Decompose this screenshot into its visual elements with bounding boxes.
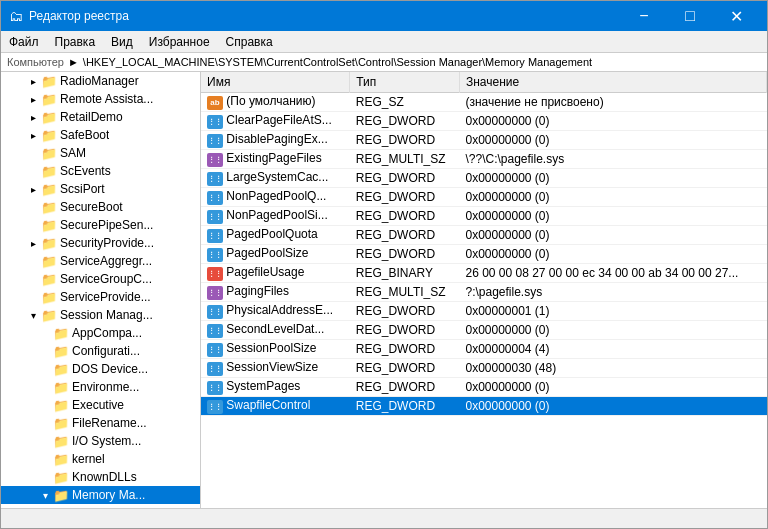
table-row[interactable]: ⋮⋮ SessionViewSizeREG_DWORD0x00000030 (4… xyxy=(201,358,767,377)
values-panel[interactable]: Имя Тип Значение ab (По умолчанию)REG_SZ… xyxy=(201,72,767,508)
reg-value-cell: 0x00000000 (0) xyxy=(459,396,766,415)
reg-value-cell: 0x00000000 (0) xyxy=(459,320,766,339)
maximize-button[interactable]: □ xyxy=(667,1,713,31)
reg-type-cell: REG_DWORD xyxy=(350,377,460,396)
reg-name-text: PagedPoolQuota xyxy=(223,227,318,241)
table-row[interactable]: ⋮⋮ SystemPagesREG_DWORD0x00000000 (0) xyxy=(201,377,767,396)
app-icon: 🗂 xyxy=(9,8,23,24)
tree-item-serviceprovide[interactable]: 📁ServiceProvide... xyxy=(1,288,200,306)
table-row[interactable]: ⋮⋮ LargeSystemCac...REG_DWORD0x00000000 … xyxy=(201,168,767,187)
table-row[interactable]: ⋮⋮ SessionPoolSizeREG_DWORD0x00000004 (4… xyxy=(201,339,767,358)
reg-name-cell: ⋮⋮ SwapfileControl xyxy=(201,396,350,415)
reg-value-cell: 0x00000000 (0) xyxy=(459,130,766,149)
tree-label-sessionmanag: Session Manag... xyxy=(60,308,153,322)
tree-toggle-retaildemo[interactable]: ▸ xyxy=(25,109,41,125)
table-row[interactable]: ab (По умолчанию)REG_SZ(значение не прис… xyxy=(201,93,767,112)
table-row[interactable]: ⋮⋮ PagedPoolSizeREG_DWORD0x00000000 (0) xyxy=(201,244,767,263)
reg-type-icon: ⋮⋮ xyxy=(207,210,223,224)
table-row[interactable]: ⋮⋮ PhysicalAddressE...REG_DWORD0x0000000… xyxy=(201,301,767,320)
tree-toggle-sessionmanag[interactable]: ▾ xyxy=(25,307,41,323)
tree-item-securityprovid[interactable]: ▸📁SecurityProvide... xyxy=(1,234,200,252)
tree-item-sessionmanag[interactable]: ▾📁Session Manag... xyxy=(1,306,200,324)
menu-help[interactable]: Справка xyxy=(218,33,281,51)
menu-view[interactable]: Вид xyxy=(103,33,141,51)
tree-label-securepipesen: SecurePipeSen... xyxy=(60,218,153,232)
tree-item-safeboot[interactable]: ▸📁SafeBoot xyxy=(1,126,200,144)
tree-toggle-safeboot[interactable]: ▸ xyxy=(25,127,41,143)
tree-label-knowndlls: KnownDLLs xyxy=(72,470,137,484)
reg-type-icon: ⋮⋮ xyxy=(207,153,223,167)
minimize-button[interactable]: − xyxy=(621,1,667,31)
tree-toggle-serviceprovide xyxy=(25,289,41,305)
tree-item-iosystem[interactable]: 📁I/O System... xyxy=(1,432,200,450)
reg-name-cell: ⋮⋮ PagedPoolSize xyxy=(201,244,350,263)
tree-item-retaildemo[interactable]: ▸📁RetailDemo xyxy=(1,108,200,126)
reg-name-text: DisablePagingEx... xyxy=(223,132,328,146)
tree-item-scevents[interactable]: 📁ScEvents xyxy=(1,162,200,180)
tree-toggle-memorymgt[interactable]: ▾ xyxy=(37,487,53,503)
reg-type-icon: ⋮⋮ xyxy=(207,248,223,262)
tree-item-serviceaggr[interactable]: 📁ServiceAggregr... xyxy=(1,252,200,270)
table-row[interactable]: ⋮⋮ PagingFilesREG_MULTI_SZ?:\pagefile.sy… xyxy=(201,282,767,301)
close-button[interactable]: ✕ xyxy=(713,1,759,31)
reg-value-cell: 0x00000000 (0) xyxy=(459,187,766,206)
tree-item-filerename[interactable]: 📁FileRename... xyxy=(1,414,200,432)
reg-name-text: PagingFiles xyxy=(223,284,289,298)
tree-item-memorymgt[interactable]: ▾📁Memory Ma... xyxy=(1,486,200,504)
tree-item-appcompa[interactable]: 📁AppCompa... xyxy=(1,324,200,342)
menu-edit[interactable]: Правка xyxy=(47,33,104,51)
reg-value-cell: 0x00000000 (0) xyxy=(459,111,766,130)
tree-label-environme: Environme... xyxy=(72,380,139,394)
tree-toggle-remoteassist[interactable]: ▸ xyxy=(25,91,41,107)
tree-item-dosdevice[interactable]: 📁DOS Device... xyxy=(1,360,200,378)
reg-name-text: NonPagedPoolSi... xyxy=(223,208,328,222)
reg-name-cell: ⋮⋮ PagefileUsage xyxy=(201,263,350,282)
tree-item-radiomanager[interactable]: ▸📁RadioManager xyxy=(1,72,200,90)
table-row[interactable]: ⋮⋮ NonPagedPoolQ...REG_DWORD0x00000000 (… xyxy=(201,187,767,206)
menu-file[interactable]: Файл xyxy=(1,33,47,51)
tree-item-scsiport[interactable]: ▸📁ScsiPort xyxy=(1,180,200,198)
reg-type-icon: ⋮⋮ xyxy=(207,134,223,148)
tree-item-servicegroupc[interactable]: 📁ServiceGroupC... xyxy=(1,270,200,288)
table-row[interactable]: ⋮⋮ PagedPoolQuotaREG_DWORD0x00000000 (0) xyxy=(201,225,767,244)
tree-item-knowndlls[interactable]: 📁KnownDLLs xyxy=(1,468,200,486)
menu-favorites[interactable]: Избранное xyxy=(141,33,218,51)
tree-label-scevents: ScEvents xyxy=(60,164,111,178)
tree-item-securepipesen[interactable]: 📁SecurePipeSen... xyxy=(1,216,200,234)
table-row[interactable]: ⋮⋮ SwapfileControlREG_DWORD0x00000000 (0… xyxy=(201,396,767,415)
reg-name-text: PagedPoolSize xyxy=(223,246,308,260)
tree-panel[interactable]: ▸📁RadioManager▸📁Remote Assista...▸📁Retai… xyxy=(1,72,201,508)
tree-item-kernel[interactable]: 📁kernel xyxy=(1,450,200,468)
tree-toggle-scsiport[interactable]: ▸ xyxy=(25,181,41,197)
tree-item-executive[interactable]: 📁Executive xyxy=(1,396,200,414)
folder-icon-retaildemo: 📁 xyxy=(41,110,57,125)
reg-name-cell: ⋮⋮ NonPagedPoolSi... xyxy=(201,206,350,225)
tree-item-configurati[interactable]: 📁Configurati... xyxy=(1,342,200,360)
table-row[interactable]: ⋮⋮ DisablePagingEx...REG_DWORD0x00000000… xyxy=(201,130,767,149)
window-title: Редактор реестра xyxy=(29,9,129,23)
reg-type-cell: REG_DWORD xyxy=(350,358,460,377)
tree-label-executive: Executive xyxy=(72,398,124,412)
table-row[interactable]: ⋮⋮ PagefileUsageREG_BINARY26 00 00 08 27… xyxy=(201,263,767,282)
table-row[interactable]: ⋮⋮ NonPagedPoolSi...REG_DWORD0x00000000 … xyxy=(201,206,767,225)
reg-value-cell: 0x00000000 (0) xyxy=(459,225,766,244)
reg-name-cell: ⋮⋮ PagingFiles xyxy=(201,282,350,301)
tree-label-filerename: FileRename... xyxy=(72,416,147,430)
tree-item-secureboot[interactable]: 📁SecureBoot xyxy=(1,198,200,216)
tree-toggle-securityprovid[interactable]: ▸ xyxy=(25,235,41,251)
reg-type-cell: REG_DWORD xyxy=(350,111,460,130)
tree-toggle-radiomanager[interactable]: ▸ xyxy=(25,73,41,89)
table-row[interactable]: ⋮⋮ ClearPageFileAtS...REG_DWORD0x0000000… xyxy=(201,111,767,130)
reg-name-cell: ⋮⋮ LargeSystemCac... xyxy=(201,168,350,187)
folder-icon-iosystem: 📁 xyxy=(53,434,69,449)
tree-item-sam[interactable]: 📁SAM xyxy=(1,144,200,162)
tree-item-environme[interactable]: 📁Environme... xyxy=(1,378,200,396)
table-row[interactable]: ⋮⋮ ExistingPageFilesREG_MULTI_SZ\??\C:\p… xyxy=(201,149,767,168)
reg-type-cell: REG_SZ xyxy=(350,93,460,112)
reg-value-cell: 0x00000000 (0) xyxy=(459,168,766,187)
reg-name-text: LargeSystemCac... xyxy=(223,170,328,184)
tree-item-remoteassist[interactable]: ▸📁Remote Assista... xyxy=(1,90,200,108)
title-bar-controls: − □ ✕ xyxy=(621,1,759,31)
table-row[interactable]: ⋮⋮ SecondLevelDat...REG_DWORD0x00000000 … xyxy=(201,320,767,339)
address-label: Компьютер xyxy=(7,56,64,68)
